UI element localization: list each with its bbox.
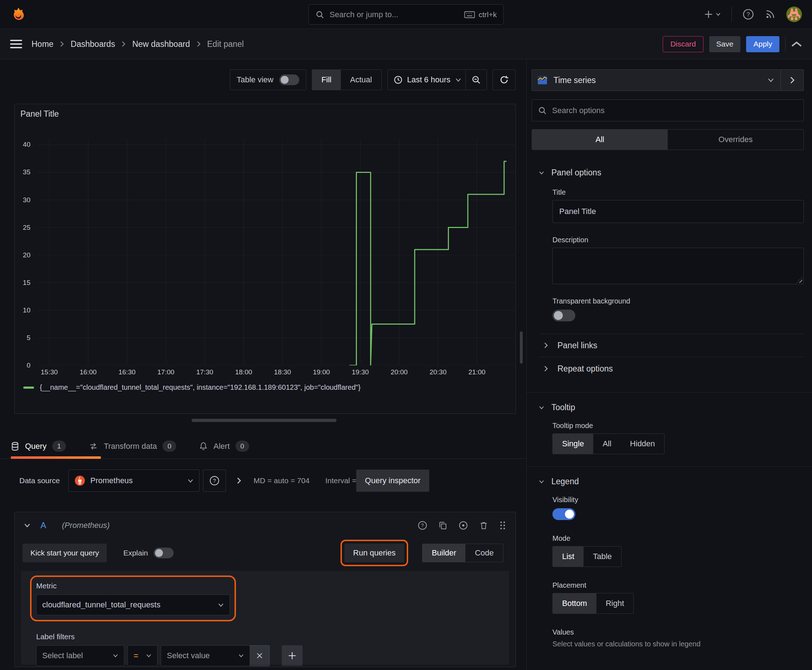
repeat-options-row[interactable]: Repeat options <box>544 357 804 380</box>
new-menu-button[interactable] <box>704 9 721 19</box>
mode-table-option[interactable]: Table <box>583 546 621 567</box>
transparent-bg-toggle[interactable] <box>553 310 575 321</box>
panel-links-row[interactable]: Panel links <box>544 334 804 357</box>
code-option[interactable]: Code <box>465 544 503 562</box>
legend-series-label[interactable]: {__name__="cloudflared_tunnel_total_requ… <box>40 383 361 392</box>
x-tick-label: 18:30 <box>266 368 298 376</box>
tooltip-title: Tooltip <box>551 403 575 412</box>
fill-option[interactable]: Fill <box>312 70 341 90</box>
save-button[interactable]: Save <box>709 36 741 52</box>
refresh-button[interactable] <box>493 69 515 90</box>
horizontal-scrollbar[interactable] <box>192 419 337 422</box>
chevron-down-icon <box>113 654 118 658</box>
placement-right-option[interactable]: Right <box>597 594 633 613</box>
collapse-chevron-icon[interactable] <box>24 523 31 528</box>
global-search-input[interactable] <box>330 10 459 19</box>
duplicate-query-icon[interactable] <box>438 521 448 530</box>
x-tick-label: 15:30 <box>33 368 66 376</box>
tab-transform-data[interactable]: Transform data 0 <box>89 441 176 452</box>
discard-button[interactable]: Discard <box>663 36 703 52</box>
tooltip-header[interactable]: Tooltip <box>539 403 804 412</box>
bottom-tabs: Query 1 Transform data 0 <box>0 434 526 459</box>
tab-overrides[interactable]: Overrides <box>668 130 804 150</box>
expand-options-chevron-icon[interactable] <box>237 477 241 484</box>
visualization-picker[interactable]: Time series <box>532 69 804 91</box>
table-view-toggle[interactable] <box>279 74 299 85</box>
zoom-out-icon[interactable] <box>466 70 487 90</box>
panel-options-header[interactable]: Panel options <box>539 168 804 178</box>
query-row-header[interactable]: A (Prometheus) ? <box>15 512 515 539</box>
select-label-dropdown[interactable]: Select label <box>36 645 124 666</box>
actual-option[interactable]: Actual <box>341 70 381 90</box>
builder-option[interactable]: Builder <box>422 544 465 562</box>
bell-icon <box>199 442 208 451</box>
legend-visibility-toggle[interactable] <box>553 508 575 520</box>
select-value-dropdown[interactable]: Select value <box>161 645 250 666</box>
vertical-scrollbar[interactable] <box>520 332 523 364</box>
values-hint: Select values or calculations to show in… <box>553 640 804 648</box>
toggle-viz-pane-button[interactable] <box>780 70 804 91</box>
mode-list-option[interactable]: List <box>553 546 583 567</box>
operator-dropdown[interactable]: = <box>127 645 158 666</box>
disable-query-eye-icon[interactable] <box>458 520 468 530</box>
query-options-summary[interactable]: MD = auto = 704 Interval = 30s <box>253 476 371 485</box>
query-builder-body: Metric cloudflared_tunnel_total_requests… <box>21 571 509 665</box>
x-tick-label: 17:00 <box>150 368 182 376</box>
explain-toggle[interactable] <box>154 548 174 558</box>
x-tick-label: 17:30 <box>189 368 221 376</box>
grafana-logo[interactable] <box>10 7 25 22</box>
query-ref-datasource: (Prometheus) <box>62 521 110 530</box>
legend-header[interactable]: Legend <box>539 477 804 486</box>
apply-button[interactable]: Apply <box>746 36 780 52</box>
time-range-picker[interactable]: Last 6 hours <box>387 69 487 90</box>
chevron-up-icon[interactable] <box>791 41 802 47</box>
panel-title-input[interactable] <box>553 200 804 223</box>
tooltip-single-option[interactable]: Single <box>553 434 593 454</box>
description-input[interactable] <box>553 248 804 284</box>
remove-filter-button[interactable] <box>250 645 270 666</box>
y-tick-label: 25 <box>23 224 31 232</box>
query-help-icon[interactable]: ? <box>417 520 427 530</box>
avatar[interactable] <box>786 7 802 22</box>
metric-select[interactable]: cloudflared_tunnel_total_requests <box>36 594 230 615</box>
placement-bottom-option[interactable]: Bottom <box>553 594 597 613</box>
chart-legend[interactable]: {__name__="cloudflared_tunnel_total_requ… <box>23 383 361 392</box>
database-icon <box>11 442 19 451</box>
table-view-label: Table view <box>237 75 273 85</box>
query-inspector-button[interactable]: Query inspector <box>356 470 429 492</box>
tab-all[interactable]: All <box>532 130 668 150</box>
legend-series-marker <box>23 387 34 389</box>
tab-alert[interactable]: Alert 0 <box>199 441 249 452</box>
breadcrumb-dashboards[interactable]: Dashboards <box>71 39 115 49</box>
datasource-help-button[interactable]: ? <box>203 470 226 492</box>
menu-icon[interactable] <box>10 39 22 49</box>
kick-start-button[interactable]: Kick start your query <box>22 544 107 562</box>
tooltip-mode-switch: Single All Hidden <box>553 433 665 454</box>
y-tick-label: 20 <box>23 251 31 259</box>
tooltip-hidden-option[interactable]: Hidden <box>621 434 665 454</box>
tooltip-all-option[interactable]: All <box>593 434 620 454</box>
run-queries-button[interactable]: Run queries <box>344 544 404 562</box>
datasource-select[interactable]: Prometheus <box>68 470 199 492</box>
delete-query-trash-icon[interactable] <box>479 521 488 530</box>
tab-transform-label: Transform data <box>104 442 157 451</box>
nav-divider <box>785 37 785 52</box>
transparent-bg-label: Transparent background <box>553 297 804 305</box>
tab-query[interactable]: Query 1 <box>11 441 66 452</box>
global-search[interactable]: ctrl+k <box>309 4 504 25</box>
chart-plot[interactable] <box>37 139 514 365</box>
breadcrumb-new-dashboard[interactable]: New dashboard <box>132 39 190 49</box>
options-search-input[interactable] <box>552 106 798 115</box>
panel-title[interactable]: Panel Title <box>20 109 59 119</box>
chevron-right-icon <box>60 41 64 47</box>
drag-grip-icon[interactable] <box>499 521 506 530</box>
help-icon[interactable]: ? <box>742 8 754 20</box>
placement-label: Placement <box>553 581 804 589</box>
y-tick-label: 15 <box>23 279 31 287</box>
datasource-label: Data source <box>19 476 60 485</box>
label-filters-label: Label filters <box>36 633 509 641</box>
breadcrumb-home[interactable]: Home <box>32 39 53 49</box>
options-search[interactable] <box>532 100 804 121</box>
add-filter-button[interactable] <box>282 645 303 666</box>
news-rss-icon[interactable] <box>765 9 775 20</box>
